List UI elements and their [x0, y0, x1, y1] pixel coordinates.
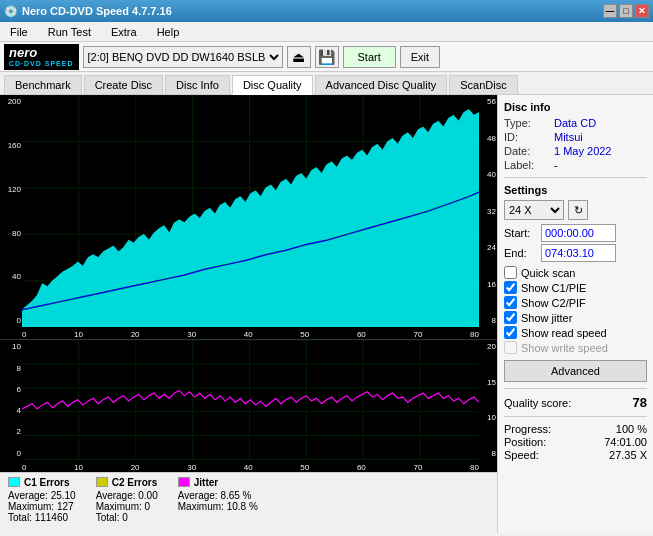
speed-select[interactable]: 24 X	[504, 200, 564, 220]
speed-value: 27.35 X	[609, 449, 647, 461]
tab-benchmark[interactable]: Benchmark	[4, 75, 82, 94]
legend-area: C1 Errors Average: 25.10 Maximum: 127 To…	[0, 472, 497, 533]
progress-value: 100 %	[616, 423, 647, 435]
show-read-speed-row: Show read speed	[504, 326, 647, 339]
progress-section: Progress: 100 % Position: 74:01.00 Speed…	[504, 423, 647, 461]
tab-advanced-disc-quality[interactable]: Advanced Disc Quality	[315, 75, 448, 94]
jitter-stats: Average: 8.65 % Maximum: 10.8 %	[178, 490, 258, 512]
show-read-speed-checkbox[interactable]	[504, 326, 517, 339]
app-icon: 💿	[4, 5, 18, 18]
minimize-button[interactable]: —	[603, 4, 617, 18]
menu-file[interactable]: File	[4, 24, 34, 40]
start-button[interactable]: Start	[343, 46, 396, 68]
c1-title: C1 Errors	[24, 477, 70, 488]
save-button[interactable]: 💾	[315, 46, 339, 68]
title-bar-buttons: — □ ✕	[603, 4, 649, 18]
quality-score-label: Quality score:	[504, 397, 571, 409]
position-label: Position:	[504, 436, 546, 448]
close-button[interactable]: ✕	[635, 4, 649, 18]
y-label-0: 0	[1, 316, 21, 325]
show-c2-row: Show C2/PIF	[504, 296, 647, 309]
top-chart: 200 160 120 80 40 0 56 48 40 32 24 16 8	[0, 95, 497, 340]
show-c2-checkbox[interactable]	[504, 296, 517, 309]
advanced-button[interactable]: Advanced	[504, 360, 647, 382]
c2-stats: Average: 0.00 Maximum: 0 Total: 0	[96, 490, 158, 523]
y-label-200: 200	[1, 97, 21, 106]
right-panel: Disc info Type: Data CD ID: Mitsui Date:…	[498, 95, 653, 533]
maximize-button[interactable]: □	[619, 4, 633, 18]
legend-c1: C1 Errors Average: 25.10 Maximum: 127 To…	[8, 477, 76, 523]
quick-scan-label: Quick scan	[521, 267, 575, 279]
tab-scan-disc[interactable]: ScanDisc	[449, 75, 517, 94]
tab-create-disc[interactable]: Create Disc	[84, 75, 163, 94]
quick-scan-checkbox[interactable]	[504, 266, 517, 279]
legend-c2: C2 Errors Average: 0.00 Maximum: 0 Total…	[96, 477, 158, 523]
progress-row: Progress: 100 %	[504, 423, 647, 435]
end-label: End:	[504, 247, 539, 259]
toolbar: nero CD·DVD SPEED [2:0] BENQ DVD DD DW16…	[0, 42, 653, 72]
nero-logo: nero CD·DVD SPEED	[4, 44, 79, 70]
legend-jitter: Jitter Average: 8.65 % Maximum: 10.8 %	[178, 477, 258, 512]
y-label-80: 80	[1, 229, 21, 238]
exit-button[interactable]: Exit	[400, 46, 440, 68]
show-c2-label: Show C2/PIF	[521, 297, 586, 309]
position-row: Position: 74:01.00	[504, 436, 647, 448]
tab-disc-info[interactable]: Disc Info	[165, 75, 230, 94]
quick-scan-row: Quick scan	[504, 266, 647, 279]
show-write-speed-label: Show write speed	[521, 342, 608, 354]
drive-select[interactable]: [2:0] BENQ DVD DD DW1640 BSLB	[83, 46, 283, 68]
speed-row: Speed: 27.35 X	[504, 449, 647, 461]
title-bar: 💿 Nero CD-DVD Speed 4.7.7.16 — □ ✕	[0, 0, 653, 22]
show-write-speed-row: Show write speed	[504, 341, 647, 354]
c1-color-box	[8, 477, 20, 487]
chart-area: 200 160 120 80 40 0 56 48 40 32 24 16 8	[0, 95, 498, 533]
disc-info-title: Disc info	[504, 101, 647, 113]
position-value: 74:01.00	[604, 436, 647, 448]
y-label-120: 120	[1, 185, 21, 194]
disc-info-section: Disc info Type: Data CD ID: Mitsui Date:…	[504, 101, 647, 171]
speed-label: Speed:	[504, 449, 539, 461]
quality-score-row: Quality score: 78	[504, 395, 647, 410]
show-c1-label: Show C1/PIE	[521, 282, 586, 294]
top-chart-svg	[22, 95, 479, 327]
start-time-input[interactable]	[541, 224, 616, 242]
jitter-color-box	[178, 477, 190, 487]
quality-score-value: 78	[633, 395, 647, 410]
disc-label-row: Label: -	[504, 159, 647, 171]
settings-section: Settings 24 X ↻ Start: End: Quick scan	[504, 184, 647, 382]
menu-run-test[interactable]: Run Test	[42, 24, 97, 40]
y-label-160: 160	[1, 141, 21, 150]
bottom-chart-svg	[22, 340, 479, 459]
y-label-40: 40	[1, 272, 21, 281]
refresh-icon[interactable]: ↻	[568, 200, 588, 220]
show-jitter-row: Show jitter	[504, 311, 647, 324]
tabs: Benchmark Create Disc Disc Info Disc Qua…	[0, 72, 653, 95]
menu-help[interactable]: Help	[151, 24, 186, 40]
eject-button[interactable]: ⏏	[287, 46, 311, 68]
disc-date-row: Date: 1 May 2022	[504, 145, 647, 157]
main-content: 200 160 120 80 40 0 56 48 40 32 24 16 8	[0, 95, 653, 533]
jitter-title: Jitter	[194, 477, 218, 488]
c2-color-box	[96, 477, 108, 487]
tab-disc-quality[interactable]: Disc Quality	[232, 75, 313, 95]
disc-type-row: Type: Data CD	[504, 117, 647, 129]
bottom-chart: 10 8 6 4 2 0 20 15 10 8	[0, 340, 497, 471]
show-c1-row: Show C1/PIE	[504, 281, 647, 294]
show-c1-checkbox[interactable]	[504, 281, 517, 294]
menu-extra[interactable]: Extra	[105, 24, 143, 40]
show-jitter-checkbox[interactable]	[504, 311, 517, 324]
settings-title: Settings	[504, 184, 647, 196]
end-time-input[interactable]	[541, 244, 616, 262]
c2-title: C2 Errors	[112, 477, 158, 488]
show-jitter-label: Show jitter	[521, 312, 572, 324]
c1-stats: Average: 25.10 Maximum: 127 Total: 11146…	[8, 490, 76, 523]
menu-bar: File Run Test Extra Help	[0, 22, 653, 42]
start-label: Start:	[504, 227, 539, 239]
app-title: Nero CD-DVD Speed 4.7.7.16	[22, 5, 172, 17]
show-write-speed-checkbox[interactable]	[504, 341, 517, 354]
show-read-speed-label: Show read speed	[521, 327, 607, 339]
speed-row: 24 X ↻	[504, 200, 647, 220]
disc-id-row: ID: Mitsui	[504, 131, 647, 143]
progress-label: Progress:	[504, 423, 551, 435]
